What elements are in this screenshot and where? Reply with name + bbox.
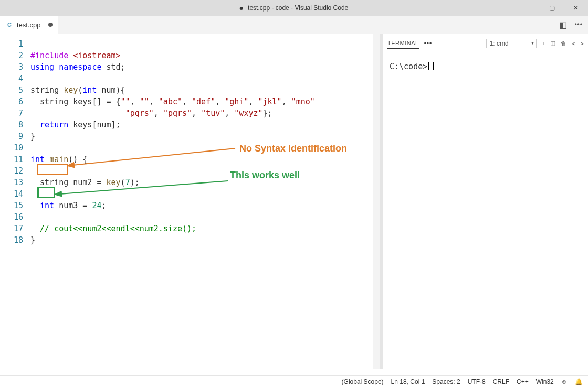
- t: ,: [215, 97, 225, 106]
- panel-header: TERMINAL ••• 1: cmd + ◫ 🗑 < >: [383, 34, 588, 52]
- panel-tab-terminal[interactable]: TERMINAL: [387, 38, 419, 49]
- more-actions-icon[interactable]: •••: [574, 21, 583, 28]
- annotation-orange: No Syntax identification: [239, 143, 347, 154]
- panel: TERMINAL ••• 1: cmd + ◫ 🗑 < > C:\code>: [383, 34, 588, 369]
- arrow-orange-icon: [67, 144, 240, 170]
- t: ,: [149, 97, 159, 106]
- terminal-body[interactable]: C:\code>: [383, 52, 588, 81]
- status-spaces[interactable]: Spaces: 2: [432, 378, 460, 385]
- t: [30, 201, 40, 210]
- t: "mno": [291, 97, 315, 106]
- split-editor-icon[interactable]: ◧: [559, 20, 567, 30]
- status-encoding[interactable]: UTF-8: [468, 378, 486, 385]
- status-eol[interactable]: CRLF: [493, 378, 509, 385]
- t: "pqrs": [163, 109, 192, 118]
- t: [30, 178, 40, 187]
- terminal-prompt: C:\code>: [390, 62, 427, 71]
- editor[interactable]: 1 2 3 4 5 6 7 8 9 10 11 12 13 14 15 16 1…: [0, 34, 373, 369]
- editor-scrollbar[interactable]: [373, 34, 380, 369]
- status-scope[interactable]: (Global Scope): [342, 378, 384, 385]
- ln: 3: [0, 61, 23, 73]
- ln: 10: [0, 142, 23, 154]
- ln: 12: [0, 165, 23, 177]
- t: ,: [182, 97, 192, 106]
- t: ,: [282, 97, 291, 106]
- t: ,: [192, 109, 201, 118]
- t: 24: [92, 201, 101, 210]
- prev-icon[interactable]: <: [572, 40, 575, 47]
- ln: 8: [0, 119, 23, 131]
- t: ;: [121, 62, 125, 72]
- t: main: [49, 155, 68, 164]
- t: key: [107, 178, 121, 187]
- t: // cout<<num2<<endl<<num2.size();: [40, 224, 196, 233]
- status-target[interactable]: Win32: [536, 378, 554, 385]
- t: "": [140, 97, 149, 106]
- t: int: [82, 85, 97, 95]
- t: "ghi": [225, 97, 248, 106]
- line-gutter: 1 2 3 4 5 6 7 8 9 10 11 12 13 14 15 16 1…: [0, 34, 30, 369]
- titlebar: test.cpp - code - Visual Studio Code ― ▢…: [0, 0, 588, 16]
- status-right: (Global Scope) Ln 18, Col 1 Spaces: 2 UT…: [342, 378, 588, 385]
- ln: 16: [0, 211, 23, 223]
- t: (: [78, 85, 82, 95]
- title-text: test.cpp - code - Visual Studio Code: [248, 4, 348, 12]
- t: "pqrs": [125, 109, 154, 118]
- status-position[interactable]: Ln 18, Col 1: [391, 378, 425, 385]
- t: keys[num];: [68, 120, 120, 130]
- t: (: [121, 178, 125, 187]
- ln: 7: [0, 108, 23, 119]
- panel-actions: 1: cmd + ◫ 🗑 < >: [486, 39, 584, 48]
- highlight-string: [37, 164, 68, 175]
- t: 7: [125, 178, 130, 187]
- tab-label: test.cpp: [17, 21, 41, 29]
- statusbar: (Global Scope) Ln 18, Col 1 Spaces: 2 UT…: [0, 375, 588, 387]
- t: [30, 224, 40, 233]
- t: "tuv": [201, 109, 225, 118]
- tab-testcpp[interactable]: C test.cpp: [0, 16, 58, 34]
- highlight-int: [37, 187, 55, 198]
- cpp-file-icon: C: [5, 20, 14, 29]
- status-language[interactable]: C++: [517, 378, 529, 385]
- kill-terminal-icon[interactable]: 🗑: [561, 40, 566, 47]
- split-terminal-icon[interactable]: ◫: [550, 40, 555, 47]
- t: num: [97, 85, 116, 95]
- ln: 18: [0, 234, 23, 246]
- t: () {: [68, 155, 87, 164]
- terminal-select[interactable]: 1: cmd: [486, 39, 537, 48]
- maximize-button[interactable]: ▢: [540, 0, 564, 16]
- t: }: [30, 235, 35, 245]
- feedback-icon[interactable]: ☺: [561, 378, 568, 385]
- t: std: [107, 62, 121, 72]
- t: int: [30, 155, 45, 164]
- t: "jkl": [258, 97, 282, 106]
- t: namespace: [59, 62, 106, 72]
- t: num2 =: [68, 178, 106, 187]
- t: ,: [248, 97, 258, 106]
- t: ,: [225, 109, 234, 118]
- t: };: [263, 109, 272, 118]
- minimize-button[interactable]: ―: [516, 0, 540, 16]
- modified-dot-icon: [240, 7, 243, 10]
- terminal-cursor-icon: [428, 62, 434, 70]
- t: string: [40, 178, 68, 187]
- ln: 6: [0, 96, 23, 108]
- t: string keys[] = {: [30, 97, 121, 106]
- t: "def": [192, 97, 215, 106]
- ln: 2: [0, 50, 23, 61]
- t: ;: [101, 201, 106, 210]
- tab-bar: C test.cpp ◧ •••: [0, 16, 588, 34]
- annotation-green: This works well: [230, 169, 300, 181]
- code-area[interactable]: #include <iostream> using namespace std;…: [30, 34, 315, 369]
- panel-more-icon[interactable]: •••: [424, 40, 433, 47]
- new-terminal-icon[interactable]: +: [542, 40, 545, 47]
- next-icon[interactable]: >: [581, 40, 584, 47]
- t: [59, 85, 64, 95]
- bell-icon[interactable]: 🔔: [575, 378, 583, 385]
- window-title: test.cpp - code - Visual Studio Code: [240, 4, 349, 12]
- t: "abc": [159, 97, 182, 106]
- close-button[interactable]: ✕: [564, 0, 588, 16]
- t: }: [30, 132, 35, 141]
- t: );: [130, 178, 140, 187]
- editor-actions: ◧ •••: [559, 20, 588, 30]
